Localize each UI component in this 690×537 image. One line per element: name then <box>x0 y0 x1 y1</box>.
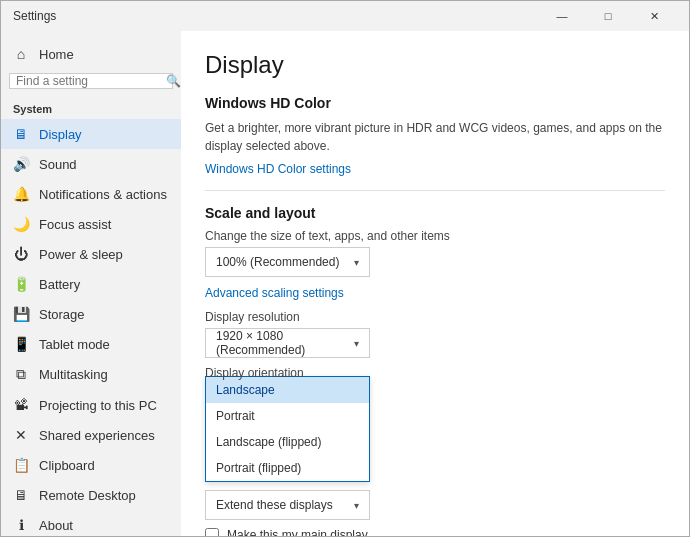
sound-icon: 🔊 <box>13 156 29 172</box>
sidebar-projecting-label: Projecting to this PC <box>39 398 157 413</box>
clipboard-icon: 📋 <box>13 457 29 473</box>
notifications-icon: 🔔 <box>13 186 29 202</box>
main-display-label: Make this my main display <box>227 528 368 536</box>
sidebar-item-multitasking[interactable]: ⧉ Multitasking <box>1 359 181 390</box>
divider-1 <box>205 190 665 191</box>
sidebar-multitasking-label: Multitasking <box>39 367 108 382</box>
main-display-checkbox[interactable] <box>205 528 219 536</box>
projecting-icon: 📽 <box>13 397 29 413</box>
sidebar-tablet-label: Tablet mode <box>39 337 110 352</box>
sidebar-shared-label: Shared experiences <box>39 428 155 443</box>
hd-color-link[interactable]: Windows HD Color settings <box>205 162 351 176</box>
sidebar-storage-label: Storage <box>39 307 85 322</box>
orientation-portrait-flipped[interactable]: Portrait (flipped) <box>206 455 369 481</box>
search-input[interactable] <box>16 74 166 88</box>
hd-color-description: Get a brighter, more vibrant picture in … <box>205 119 665 155</box>
remote-icon: 🖥 <box>13 487 29 503</box>
window-controls: — □ ✕ <box>539 1 677 31</box>
about-icon: ℹ <box>13 517 29 533</box>
sidebar-item-shared[interactable]: ✕ Shared experiences <box>1 420 181 450</box>
sidebar-power-label: Power & sleep <box>39 247 123 262</box>
window-title: Settings <box>13 9 56 23</box>
battery-icon: 🔋 <box>13 276 29 292</box>
content-area: ⌂ Home 🔍 System 🖥 Display 🔊 Sound 🔔 N <box>1 31 689 536</box>
sidebar-item-home[interactable]: ⌂ Home <box>1 39 181 69</box>
search-box[interactable]: 🔍 <box>9 73 173 89</box>
settings-window: Settings — □ ✕ ⌂ Home 🔍 System 🖥 <box>0 0 690 537</box>
sidebar-remote-label: Remote Desktop <box>39 488 136 503</box>
sidebar: ⌂ Home 🔍 System 🖥 Display 🔊 Sound 🔔 N <box>1 31 181 536</box>
sidebar-item-power[interactable]: ⏻ Power & sleep <box>1 239 181 269</box>
sidebar-battery-label: Battery <box>39 277 80 292</box>
extend-dropdown[interactable]: Extend these displays ▾ <box>205 490 370 520</box>
resolution-label: Display resolution <box>205 310 665 324</box>
sidebar-item-tablet[interactable]: 📱 Tablet mode <box>1 329 181 359</box>
titlebar: Settings — □ ✕ <box>1 1 689 31</box>
orientation-dropdown-open[interactable]: Landscape Portrait Landscape (flipped) P… <box>205 376 370 482</box>
orientation-landscape[interactable]: Landscape <box>206 377 369 403</box>
sidebar-item-storage[interactable]: 💾 Storage <box>1 299 181 329</box>
extend-arrow: ▾ <box>354 500 359 511</box>
minimize-button[interactable]: — <box>539 1 585 31</box>
sidebar-item-clipboard[interactable]: 📋 Clipboard <box>1 450 181 480</box>
sidebar-about-label: About <box>39 518 73 533</box>
sidebar-display-label: Display <box>39 127 82 142</box>
scale-dropdown-value: 100% (Recommended) <box>216 255 339 269</box>
sidebar-item-remote[interactable]: 🖥 Remote Desktop <box>1 480 181 510</box>
sidebar-home-label: Home <box>39 47 74 62</box>
orientation-portrait[interactable]: Portrait <box>206 403 369 429</box>
sidebar-item-focus[interactable]: 🌙 Focus assist <box>1 209 181 239</box>
sidebar-item-display[interactable]: 🖥 Display <box>1 119 181 149</box>
home-icon: ⌂ <box>13 46 29 62</box>
orientation-label: Display orientation <box>205 366 665 380</box>
search-icon: 🔍 <box>166 74 181 88</box>
sidebar-sound-label: Sound <box>39 157 77 172</box>
maximize-button[interactable]: □ <box>585 1 631 31</box>
multitasking-icon: ⧉ <box>13 366 29 383</box>
extend-value: Extend these displays <box>216 498 333 512</box>
focus-icon: 🌙 <box>13 216 29 232</box>
storage-icon: 💾 <box>13 306 29 322</box>
scale-dropdown[interactable]: 100% (Recommended) ▾ <box>205 247 370 277</box>
shared-icon: ✕ <box>13 427 29 443</box>
sidebar-focus-label: Focus assist <box>39 217 111 232</box>
resolution-dropdown-arrow: ▾ <box>354 338 359 349</box>
main-content: Display Windows HD Color Get a brighter,… <box>181 31 689 536</box>
sidebar-clipboard-label: Clipboard <box>39 458 95 473</box>
close-button[interactable]: ✕ <box>631 1 677 31</box>
sidebar-item-battery[interactable]: 🔋 Battery <box>1 269 181 299</box>
sidebar-item-projecting[interactable]: 📽 Projecting to this PC <box>1 390 181 420</box>
main-display-row: Make this my main display <box>205 528 665 536</box>
resolution-dropdown[interactable]: 1920 × 1080 (Recommended) ▾ <box>205 328 370 358</box>
system-section-label: System <box>1 97 181 119</box>
resolution-value: 1920 × 1080 (Recommended) <box>216 329 354 357</box>
tablet-icon: 📱 <box>13 336 29 352</box>
sidebar-item-about[interactable]: ℹ About <box>1 510 181 536</box>
advanced-scaling-link[interactable]: Advanced scaling settings <box>205 286 344 300</box>
display-icon: 🖥 <box>13 126 29 142</box>
sidebar-item-notifications[interactable]: 🔔 Notifications & actions <box>1 179 181 209</box>
scale-field-label: Change the size of text, apps, and other… <box>205 229 665 243</box>
page-title: Display <box>205 51 665 79</box>
scale-dropdown-arrow: ▾ <box>354 257 359 268</box>
scale-layout-title: Scale and layout <box>205 205 665 221</box>
power-icon: ⏻ <box>13 246 29 262</box>
orientation-landscape-flipped[interactable]: Landscape (flipped) <box>206 429 369 455</box>
sidebar-notifications-label: Notifications & actions <box>39 187 167 202</box>
sidebar-item-sound[interactable]: 🔊 Sound <box>1 149 181 179</box>
hd-color-title: Windows HD Color <box>205 95 665 111</box>
